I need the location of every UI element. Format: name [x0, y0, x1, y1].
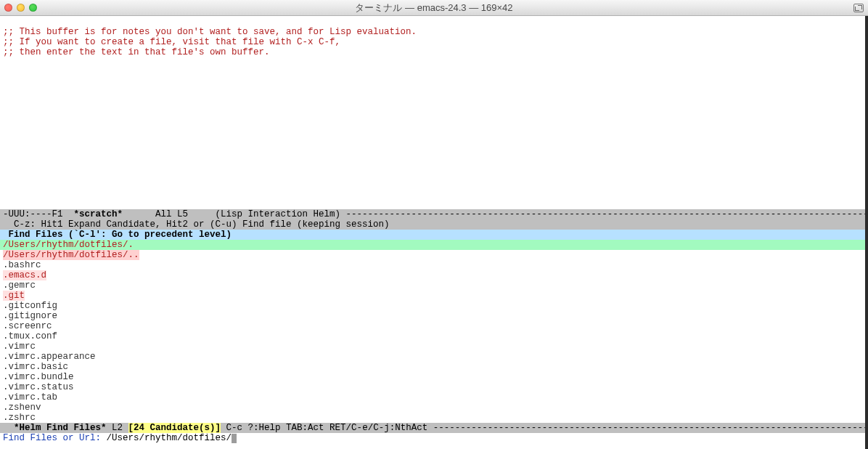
helm-candidate-count: [24 Candidate(s)] — [128, 423, 221, 433]
helm-candidate[interactable]: .vimrc — [0, 341, 868, 352]
mode-line-buffer: *scratch* — [74, 209, 123, 219]
helm-candidate[interactable]: /Users/rhythm/dotfiles/. — [0, 240, 868, 250]
helm-candidate[interactable]: .zshrc — [0, 413, 868, 423]
scratch-buffer[interactable]: ;; This buffer is for notes you don't wa… — [0, 16, 868, 209]
helm-candidate[interactable]: /Users/rhythm/dotfiles/.. — [0, 250, 868, 260]
fullscreen-icon[interactable] — [853, 4, 864, 12]
minibuffer-input[interactable]: /Users/rhythm/dotfiles/ — [107, 433, 232, 443]
helm-candidate[interactable]: .gitignore — [0, 311, 868, 321]
helm-candidate[interactable]: .bashrc — [0, 260, 868, 270]
helm-source-header: Find Files (`C-l': Go to precedent level… — [0, 230, 868, 240]
close-icon[interactable] — [4, 4, 12, 12]
traffic-lights — [4, 4, 37, 12]
helm-mode-line-buffer: *Helm Find Files* — [14, 423, 107, 433]
minimize-icon[interactable] — [17, 4, 25, 12]
helm-candidate[interactable]: .zshenv — [0, 403, 868, 413]
helm-candidate[interactable]: .tmux.conf — [0, 331, 868, 341]
helm-candidate[interactable]: .screenrc — [0, 321, 868, 331]
helm-candidate-list[interactable]: /Users/rhythm/dotfiles/./Users/rhythm/do… — [0, 240, 868, 423]
scratch-line: ;; then enter the text in that file's ow… — [3, 47, 270, 57]
helm-candidate[interactable]: .vimrc.bundle — [0, 372, 868, 382]
window-titlebar: ターミナル — emacs-24.3 — 169×42 — [0, 0, 868, 16]
scratch-line: ;; This buffer is for notes you don't wa… — [3, 27, 417, 37]
helm-persistent-help: C-z: Hit1 Expand Candidate, Hit2 or (C-u… — [0, 219, 868, 230]
minibuffer-prompt: Find Files or Url: — [3, 433, 107, 443]
cursor-icon — [232, 434, 237, 443]
helm-candidate[interactable]: .gitconfig — [0, 301, 868, 311]
helm-mode-line: *Helm Find Files* L2 [24 Candidate(s)] C… — [0, 423, 868, 433]
window-title: ターミナル — emacs-24.3 — 169×42 — [0, 3, 868, 13]
scrollbar[interactable] — [865, 16, 868, 449]
helm-candidate[interactable]: .vimrc.basic — [0, 362, 868, 372]
helm-candidate[interactable]: .git — [0, 291, 868, 301]
scratch-line: ;; If you want to create a file, visit t… — [3, 37, 340, 47]
helm-candidate[interactable]: .gemrc — [0, 280, 868, 291]
mode-line: -UUU:----F1 *scratch* All L5 (Lisp Inter… — [0, 209, 868, 219]
minibuffer[interactable]: Find Files or Url: /Users/rhythm/dotfile… — [0, 433, 868, 443]
helm-candidate[interactable]: .emacs.d — [0, 270, 868, 280]
helm-candidate[interactable]: .vimrc.tab — [0, 392, 868, 403]
zoom-icon[interactable] — [29, 4, 37, 12]
helm-candidate[interactable]: .vimrc.appearance — [0, 352, 868, 362]
helm-candidate[interactable]: .vimrc.status — [0, 382, 868, 392]
